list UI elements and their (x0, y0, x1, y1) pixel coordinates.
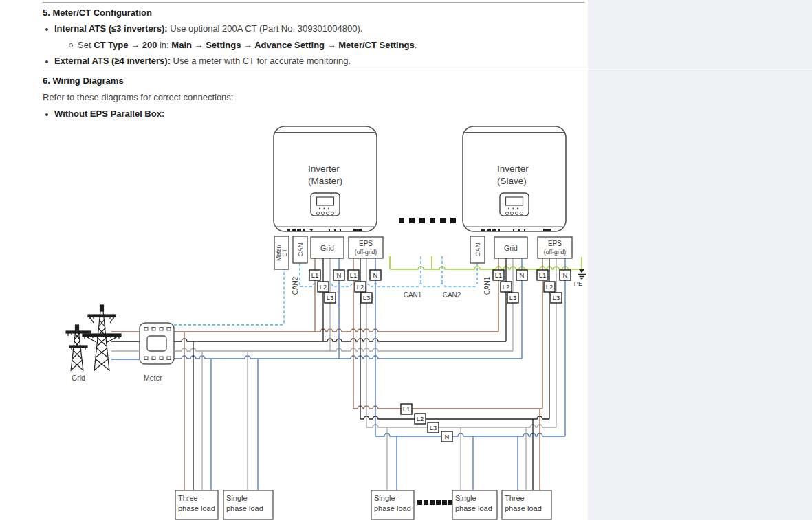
svg-text:phase load: phase load (226, 504, 263, 512)
port-can-master-label: CAN (296, 242, 304, 256)
wire-label-text: L1 (311, 271, 319, 279)
wire-label-l2: L2 (318, 282, 329, 292)
tower-big-top (100, 305, 104, 311)
can2-vertical-label: CAN2 (292, 276, 299, 295)
tower-small-top (76, 325, 79, 330)
load-three-phase-1: Three- phase load (175, 490, 218, 519)
wire-label-text: N (445, 433, 450, 440)
wire-label-text: L2 (503, 283, 510, 291)
port-eps-master-label-2: (off-grid) (355, 249, 377, 256)
port-can-slave-label: CAN (474, 242, 481, 256)
wiring-diagram-image: Grid Meter Inverter (Master) (0, 0, 812, 520)
wire-label-l2: L2 (544, 282, 555, 292)
load-single-phase-3: Single- phase load (452, 490, 497, 519)
more-loads-dots (417, 500, 452, 505)
wire-label-l3: L3 (428, 422, 439, 433)
wire-label-text: N (373, 271, 378, 279)
svg-text:Three-: Three- (178, 494, 201, 502)
grid-towers-icon (66, 305, 121, 371)
wire (174, 329, 498, 332)
wire-label-text: L2 (357, 283, 364, 291)
wire (353, 406, 542, 409)
wire-label-text: L3 (553, 294, 560, 302)
port-meter-ct-label-2: CT (281, 249, 288, 256)
wire-label-l3: L3 (551, 293, 562, 303)
svg-text:phase load: phase load (455, 504, 492, 512)
svg-text:Single-: Single- (226, 494, 250, 502)
tower-big-arm-braces (85, 317, 119, 342)
wire-label-l3: L3 (361, 293, 372, 303)
wire (174, 348, 513, 351)
port-eps-master-label-1: EPS (359, 240, 373, 247)
wire-label-text: L3 (327, 294, 334, 302)
wire-label-l2: L2 (501, 282, 512, 292)
meter-caption: Meter (144, 374, 162, 382)
load-boxes: Three- phase load Single- phase load Sin… (175, 490, 551, 519)
wire-label-text: N (520, 271, 525, 279)
can1-vertical-label: CAN1 (483, 276, 491, 295)
wire (174, 339, 506, 341)
meter-screen (147, 336, 166, 351)
wire-label-text: L2 (320, 283, 327, 291)
wire-label-text: L1 (403, 405, 410, 413)
wire (174, 356, 522, 359)
wire-label-l1: L1 (309, 270, 320, 280)
wire (360, 416, 549, 419)
wire-label-l3: L3 (507, 293, 518, 303)
wire-label-l1: L1 (401, 404, 412, 414)
wire-label-text: L3 (509, 294, 517, 302)
wire-label-text: N (563, 271, 568, 279)
inverter-master: Inverter (Master) (274, 126, 377, 231)
inverter-ports (274, 236, 572, 269)
load-single-phase-1: Single- phase load (223, 490, 273, 519)
can1-mid-label: CAN1 (404, 291, 422, 299)
pe-label: PE (574, 280, 583, 287)
tower-small-arm1 (66, 331, 91, 333)
wire-label-text: L2 (417, 415, 424, 422)
wire-label-l3: L3 (325, 293, 336, 303)
port-grid-master-label: Grid (320, 244, 334, 252)
wire-label-l1: L1 (537, 270, 548, 280)
wire-label-n: N (333, 270, 344, 280)
documentation-page: { "page": { "background": "#ffffff", "si… (0, 0, 812, 520)
wire-label-l1: L1 (348, 270, 359, 280)
svg-text:Single-: Single- (455, 494, 479, 502)
wire-label-text: N (337, 271, 342, 279)
grid-caption: Grid (72, 374, 85, 382)
port-grid-slave-label: Grid (504, 244, 518, 252)
port-eps-slave-label-2: (off-grid) (544, 249, 566, 256)
inverter-slave-label-1: Inverter (497, 163, 529, 174)
svg-text:Three-: Three- (505, 494, 527, 502)
wire-label-n: N (560, 270, 571, 280)
svg-text:phase load: phase load (374, 504, 411, 512)
wire-label-boxes: L1L2L3NL1L2L3NL1L2L3NL1L2L3NL1L2L3N (309, 270, 571, 442)
wire-label-n: N (516, 270, 527, 280)
tower-big-arm2 (83, 334, 121, 337)
inverter-slave-label-2: (Slave) (497, 176, 527, 186)
tower-big-legs (94, 311, 109, 371)
wire-label-text: L3 (363, 294, 371, 302)
load-single-phase-2: Single- phase load (371, 490, 414, 519)
wire-label-l2: L2 (355, 282, 366, 292)
wire (390, 267, 582, 269)
wire (174, 269, 284, 325)
inverter-slave: Inverter (Slave) (463, 126, 566, 231)
wire (366, 425, 556, 427)
can2-mid-label: CAN2 (443, 291, 461, 299)
tower-big-arm1 (88, 315, 116, 317)
pe-ground-symbol (578, 269, 586, 279)
wire-label-text: L1 (539, 271, 547, 279)
svg-text:phase load: phase load (178, 504, 215, 512)
meter-icon (140, 323, 174, 364)
wire-label-text: L1 (495, 271, 503, 279)
tower-small-arm2 (69, 346, 87, 348)
wire (375, 433, 565, 436)
inverter-master-label-2: (Master) (308, 176, 342, 186)
svg-text:phase load: phase load (505, 504, 542, 512)
wire-label-n: N (370, 270, 381, 280)
wire-label-n: N (441, 431, 452, 442)
wire-label-l1: L1 (493, 270, 504, 280)
inverter-master-label-1: Inverter (308, 163, 340, 174)
port-eps-slave-label-1: EPS (548, 240, 562, 247)
wire-label-text: L2 (546, 283, 553, 291)
